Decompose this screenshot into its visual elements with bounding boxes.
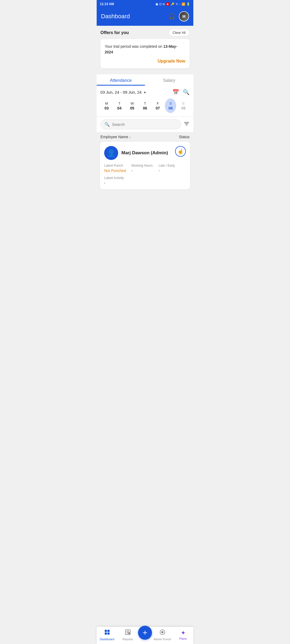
day-item-tue[interactable]: T 04 bbox=[114, 98, 125, 113]
bluetooth-icon: ✳ bbox=[176, 2, 178, 6]
g-icon: 𝐆 bbox=[163, 2, 165, 6]
status-time: 11:13 AM bbox=[100, 2, 114, 6]
offer-text: Your trial period was completed on 13-Ma… bbox=[105, 44, 185, 55]
working-hours-label: Working Hours bbox=[131, 164, 158, 167]
key-icon: 🔑 bbox=[171, 2, 175, 6]
wifi-icon: 📶 bbox=[182, 2, 185, 6]
search-section: 🔍 bbox=[97, 117, 193, 132]
employee-status-button[interactable]: ☝ bbox=[175, 146, 186, 157]
chevron-up-icon: ▲ bbox=[143, 90, 146, 94]
day-item-fri[interactable]: F 07 bbox=[152, 98, 164, 113]
activity-label: Latest Activity bbox=[104, 176, 186, 180]
employee-name: Marj Dawson (Admin) bbox=[121, 150, 168, 156]
offer-card: Your trial period was completed on 13-Ma… bbox=[100, 39, 190, 68]
latest-punch-col: Latest Punch Not Punched bbox=[104, 164, 131, 173]
date-range-row: 03 Jun, 24 - 09 Jun, 24 ▲ 📅 🔍 bbox=[100, 89, 190, 95]
search-icon: 🔍 bbox=[104, 122, 110, 127]
date-action-icons: 📅 🔍 bbox=[172, 89, 190, 95]
calendar-icon[interactable]: 📅 bbox=[172, 89, 179, 95]
date-section: 03 Jun, 24 - 09 Jun, 24 ▲ 📅 🔍 M 03 T 04 … bbox=[97, 86, 193, 116]
header-actions: 🎧 M bbox=[168, 11, 189, 21]
touch-icon: ☝ bbox=[177, 148, 184, 155]
working-hours-col: Working Hours - bbox=[131, 164, 158, 173]
offer-text-part1: Your trial period was completed on bbox=[105, 44, 163, 49]
signal-icon: ↑ bbox=[179, 2, 181, 6]
employee-card: 👤 Marj Dawson (Admin) ☝ Latest Punch Not… bbox=[100, 142, 190, 189]
day-item-wed[interactable]: W 05 bbox=[126, 98, 138, 113]
date-search-icon[interactable]: 🔍 bbox=[183, 89, 190, 95]
offers-title: Offers for you bbox=[100, 30, 129, 35]
page-title: Dashboard bbox=[101, 13, 130, 20]
offers-header: Offers for you Clear All bbox=[100, 29, 190, 36]
battery-icon: 🔋 bbox=[186, 2, 190, 6]
tab-salary[interactable]: Salary bbox=[145, 74, 193, 86]
tab-attendance[interactable]: Attendance bbox=[97, 74, 145, 86]
latest-punch-value: Not Punched bbox=[104, 169, 131, 173]
search-bar: 🔍 bbox=[100, 119, 181, 129]
camera-icon: ▶ bbox=[166, 2, 170, 6]
offers-section: Offers for you Clear All Your trial peri… bbox=[97, 26, 193, 72]
upgrade-button-wrap: Upgrade Now bbox=[105, 59, 185, 64]
date-range-text[interactable]: 03 Jun, 24 - 09 Jun, 24 ▲ bbox=[100, 90, 146, 94]
main-content: Offers for you Clear All Your trial peri… bbox=[97, 26, 193, 224]
employee-details: Latest Punch Not Punched Working Hours -… bbox=[104, 164, 186, 173]
day-item-thu[interactable]: T 06 bbox=[139, 98, 151, 113]
status-bar: 11:13 AM ▣ ⊡ 𝐆 ▶ 🔑 ✳ ↑ 📶 🔋 bbox=[97, 0, 193, 8]
clear-all-button[interactable]: Clear All bbox=[169, 29, 190, 36]
activity-value: - bbox=[104, 181, 186, 185]
table-header: Employee Name ↓ Status bbox=[97, 132, 193, 142]
day-selector: M 03 T 04 W 05 T 06 F 07 S 08 bbox=[100, 98, 190, 116]
avatar[interactable]: M bbox=[179, 11, 189, 21]
screen-record-icon: ▣ bbox=[155, 2, 158, 6]
filter-icon[interactable] bbox=[184, 121, 190, 128]
employee-avatar: 👤 bbox=[104, 146, 118, 160]
late-early-value: - bbox=[159, 169, 186, 173]
working-hours-value: - bbox=[131, 169, 158, 173]
column-employee-name[interactable]: Employee Name ↓ bbox=[100, 135, 131, 139]
avatar-initial: M bbox=[179, 12, 189, 21]
column-status: Status bbox=[179, 135, 190, 139]
cast-icon: ⊡ bbox=[159, 2, 162, 6]
latest-activity: Latest Activity - bbox=[104, 176, 186, 185]
day-item-sun[interactable]: S 09 bbox=[178, 98, 189, 113]
day-item-mon[interactable]: M 03 bbox=[101, 98, 112, 113]
sort-icon: ↓ bbox=[129, 135, 131, 139]
headset-icon[interactable]: 🎧 bbox=[168, 13, 175, 20]
latest-punch-label: Latest Punch bbox=[104, 164, 131, 167]
search-input[interactable] bbox=[112, 122, 177, 127]
person-icon: 👤 bbox=[107, 149, 115, 157]
employee-top: 👤 Marj Dawson (Admin) ☝ bbox=[104, 146, 186, 160]
upgrade-now-link[interactable]: Upgrade Now bbox=[158, 59, 185, 64]
late-early-label: Late / Early bbox=[159, 164, 186, 167]
app-header: Dashboard 🎧 M bbox=[97, 8, 193, 26]
day-item-sat[interactable]: S 08 bbox=[165, 98, 176, 113]
tabs-bar: Attendance Salary bbox=[97, 74, 193, 86]
late-early-col: Late / Early - bbox=[159, 164, 186, 173]
status-icons: ▣ ⊡ 𝐆 ▶ 🔑 ✳ ↑ 📶 🔋 bbox=[155, 2, 190, 6]
